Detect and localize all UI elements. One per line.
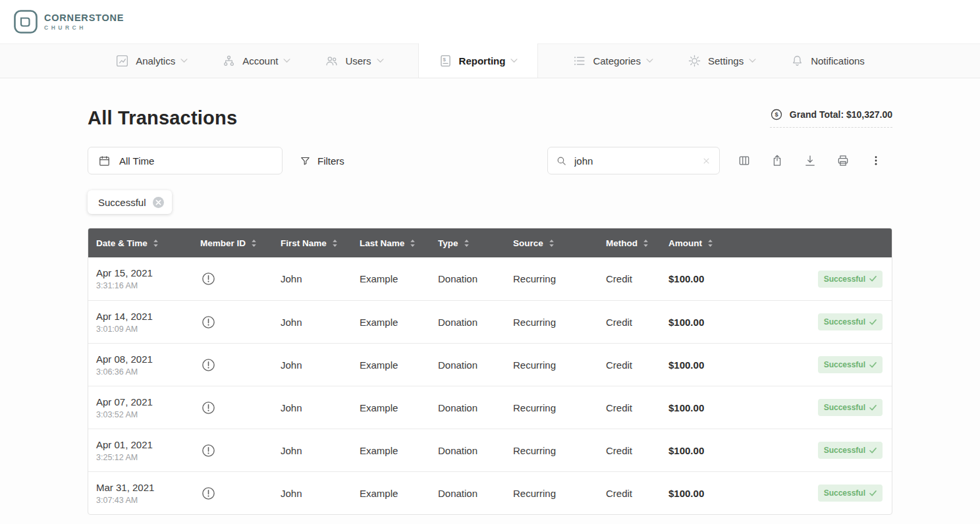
cell-last-name: Example xyxy=(360,402,438,413)
table-row[interactable]: Apr 14, 2021 3:01:09 AM John Example Don… xyxy=(88,300,892,343)
column-header-first-name[interactable]: First Name xyxy=(281,238,360,248)
settings-gear-icon xyxy=(688,54,701,68)
nav-item-users[interactable]: Users xyxy=(325,44,383,78)
check-icon xyxy=(869,319,877,325)
dollar-circle-icon: $ xyxy=(770,108,783,121)
status-badge: Successful xyxy=(818,399,883,416)
column-header-date-time[interactable]: Date & Time xyxy=(96,238,200,248)
nav-item-analytics[interactable]: Analytics xyxy=(115,44,188,78)
date-range-select[interactable]: All Time xyxy=(88,147,283,174)
cell-amount: $100.00 xyxy=(668,359,754,371)
cell-method: Credit xyxy=(606,317,668,328)
cell-first-name: John xyxy=(281,445,360,456)
nav-label: Notifications xyxy=(811,55,865,66)
member-info-icon[interactable] xyxy=(201,315,216,330)
status-badge: Successful xyxy=(818,313,883,330)
cell-member-id xyxy=(200,271,281,286)
member-info-icon[interactable] xyxy=(201,443,216,458)
nav-item-settings[interactable]: Settings xyxy=(688,44,756,78)
table-row[interactable]: Apr 08, 2021 3:06:36 AM John Example Don… xyxy=(88,343,892,386)
search-input[interactable] xyxy=(573,155,695,167)
kebab-menu-icon xyxy=(870,155,882,167)
cell-amount: $100.00 xyxy=(668,273,754,284)
cell-amount: $100.00 xyxy=(668,402,754,413)
column-header-member-id[interactable]: Member ID xyxy=(200,238,281,248)
transaction-time: 3:31:16 AM xyxy=(96,281,200,290)
active-filters: Successful xyxy=(88,190,892,214)
filters-button[interactable]: Filters xyxy=(300,155,344,167)
download-button[interactable] xyxy=(794,147,827,174)
filter-funnel-icon xyxy=(300,155,311,167)
cell-member-id xyxy=(200,443,281,458)
status-label: Successful xyxy=(824,446,865,455)
column-header-amount[interactable]: Amount xyxy=(668,238,754,248)
cell-first-name: John xyxy=(281,317,360,328)
nav-item-account[interactable]: Account xyxy=(222,44,290,78)
transaction-date: Apr 01, 2021 xyxy=(96,439,200,450)
cell-date-time: Apr 08, 2021 3:06:36 AM xyxy=(96,354,200,377)
member-info-icon[interactable] xyxy=(201,357,216,373)
cell-date-time: Mar 31, 2021 3:07:43 AM xyxy=(96,482,200,505)
transaction-date: Apr 15, 2021 xyxy=(96,267,200,278)
cell-last-name: Example xyxy=(360,359,438,371)
brand-logo[interactable]: CORNERSTONE CHURCH xyxy=(13,9,124,34)
table-row[interactable]: Apr 15, 2021 3:31:16 AM John Example Don… xyxy=(88,257,892,300)
cell-member-id xyxy=(200,357,281,373)
table-row[interactable]: Apr 07, 2021 3:03:52 AM John Example Don… xyxy=(88,386,892,429)
cell-first-name: John xyxy=(281,488,360,499)
nav-item-notifications[interactable]: Notifications xyxy=(790,44,865,78)
column-header-method[interactable]: Method xyxy=(606,238,668,248)
table-header-row: Date & Time Member ID First Name Last Na… xyxy=(88,228,892,257)
columns-icon xyxy=(738,154,751,167)
svg-text:$: $ xyxy=(775,111,778,118)
date-range-value: All Time xyxy=(119,155,154,167)
columns-button[interactable] xyxy=(728,147,761,174)
member-info-icon[interactable] xyxy=(201,271,216,286)
cell-amount: $100.00 xyxy=(668,488,754,499)
sort-icon xyxy=(251,239,257,248)
member-info-icon[interactable] xyxy=(201,400,216,415)
status-label: Successful xyxy=(824,360,865,369)
cell-last-name: Example xyxy=(360,488,438,499)
grand-total: $ Grand Total: $10,327.00 xyxy=(770,108,892,128)
cell-status: Successful xyxy=(754,485,892,502)
column-header-last-name[interactable]: Last Name xyxy=(360,238,438,248)
cell-last-name: Example xyxy=(360,317,438,328)
status-label: Successful xyxy=(824,403,865,412)
transaction-date: Apr 08, 2021 xyxy=(96,354,200,365)
cell-method: Credit xyxy=(606,359,668,371)
clear-search-button[interactable] xyxy=(701,156,711,166)
sort-icon xyxy=(332,239,338,248)
toolbar: All Time Filters xyxy=(88,147,892,174)
transactions-table: Date & Time Member ID First Name Last Na… xyxy=(88,228,892,515)
member-info-icon[interactable] xyxy=(201,486,216,501)
cell-last-name: Example xyxy=(360,273,438,284)
column-header-source[interactable]: Source xyxy=(513,238,606,248)
cell-date-time: Apr 07, 2021 3:03:52 AM xyxy=(96,396,200,419)
cell-date-time: Apr 14, 2021 3:01:09 AM xyxy=(96,311,200,334)
cell-status: Successful xyxy=(754,399,892,416)
cell-method: Credit xyxy=(606,488,668,499)
more-options-button[interactable] xyxy=(859,147,892,174)
table-row[interactable]: Mar 31, 2021 3:07:43 AM John Example Don… xyxy=(88,471,892,514)
cell-source: Recurring xyxy=(513,402,606,413)
chip-remove-button[interactable] xyxy=(153,197,164,208)
cell-first-name: John xyxy=(281,402,360,413)
transaction-time: 3:01:09 AM xyxy=(96,325,200,334)
table-row[interactable]: Apr 01, 2021 3:25:12 AM John Example Don… xyxy=(88,429,892,471)
column-header-type[interactable]: Type xyxy=(438,238,513,248)
cell-method: Credit xyxy=(606,273,668,284)
nav-label: Account xyxy=(242,55,278,66)
chevron-down-icon xyxy=(377,59,384,63)
page-title: All Transactions xyxy=(88,107,237,129)
users-icon xyxy=(325,54,339,68)
share-icon xyxy=(771,154,784,167)
nav-item-categories[interactable]: Categories xyxy=(572,44,653,78)
table-body: Apr 15, 2021 3:31:16 AM John Example Don… xyxy=(88,257,892,514)
cell-type: Donation xyxy=(438,273,513,284)
categories-icon xyxy=(572,54,586,68)
share-button[interactable] xyxy=(761,147,794,174)
print-button[interactable] xyxy=(827,147,859,174)
analytics-icon xyxy=(115,54,129,68)
nav-item-reporting[interactable]: $ Reporting xyxy=(418,43,539,78)
